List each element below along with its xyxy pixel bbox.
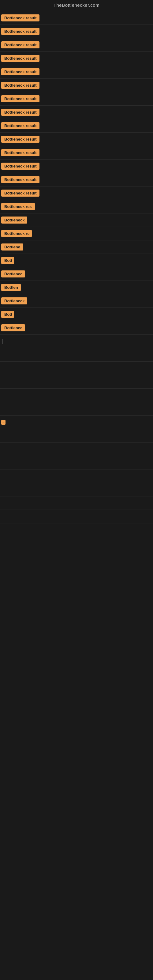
bottleneck-badge: Bottleneck re (1, 230, 32, 237)
list-item: Bottleneck result (0, 25, 153, 38)
list-item: Bottlenec (0, 267, 153, 281)
list-item: Bottleneck result (0, 11, 153, 25)
site-header: TheBottlenecker.com (0, 0, 153, 11)
list-item: Bottleneck result (0, 79, 153, 92)
list-item: Bottleneck result (0, 92, 153, 106)
rows-container: Bottleneck resultBottleneck resultBottle… (0, 11, 153, 523)
list-item: Bottleneck (0, 294, 153, 308)
list-item: Bottlen (0, 281, 153, 294)
list-item: Bottlene (0, 240, 153, 254)
list-item (0, 335, 153, 348)
list-item (0, 442, 153, 456)
bottleneck-badge: Bott (1, 257, 14, 264)
list-item: Bottleneck result (0, 159, 153, 173)
bottleneck-badge: Bottleneck result (1, 28, 40, 35)
bottleneck-badge: Bottleneck result (1, 55, 40, 62)
list-item (0, 456, 153, 469)
site-title: TheBottlenecker.com (54, 2, 99, 8)
bottleneck-badge: Bottleneck result (1, 149, 40, 156)
list-item: Bottleneck re (0, 227, 153, 240)
list-item: Bott (0, 254, 153, 267)
list-item: Bottleneck (0, 213, 153, 227)
list-item: Bottleneck result (0, 38, 153, 52)
list-item (0, 375, 153, 389)
bottleneck-badge: Bottleneck res (1, 203, 35, 210)
list-item: Bottlenec (0, 321, 153, 335)
bottleneck-badge: Bottleneck result (1, 82, 40, 89)
bottleneck-badge: Bottlenec (1, 270, 25, 277)
bottleneck-badge: Bottleneck result (1, 189, 40, 197)
list-item: Bottleneck result (0, 186, 153, 200)
list-item (0, 483, 153, 496)
list-item (0, 429, 153, 442)
bottleneck-badge: Bottleneck result (1, 68, 40, 75)
list-item (0, 469, 153, 483)
list-item (0, 510, 153, 523)
list-item (0, 389, 153, 402)
bottleneck-badge: Bottleneck result (1, 136, 40, 143)
bottleneck-badge: Bottleneck (1, 216, 27, 224)
list-item: Bottleneck result (0, 52, 153, 65)
list-item: Bottleneck result (0, 173, 153, 186)
list-item (0, 348, 153, 362)
list-item: Bottleneck result (0, 133, 153, 146)
list-item (0, 362, 153, 375)
list-item: = (0, 415, 153, 429)
bottleneck-badge: Bottleneck result (1, 122, 40, 129)
bottleneck-badge: Bottlenec (1, 324, 25, 331)
list-item (0, 496, 153, 510)
bottleneck-badge: Bottleneck result (1, 176, 40, 183)
bottleneck-badge: Bottlene (1, 243, 23, 250)
bottleneck-badge: Bottleneck result (1, 95, 40, 102)
list-item: Bottleneck res (0, 200, 153, 213)
bottleneck-badge-small: = (1, 420, 5, 425)
list-item (0, 402, 153, 415)
bottleneck-badge: Bottlen (1, 284, 21, 291)
list-item: Bottleneck result (0, 119, 153, 133)
text-cursor (2, 339, 2, 344)
list-item: Bottleneck result (0, 146, 153, 159)
bottleneck-badge: Bottleneck result (1, 14, 40, 21)
bottleneck-badge: Bottleneck (1, 298, 27, 304)
list-item: Bottleneck result (0, 106, 153, 119)
bottleneck-badge: Bottleneck result (1, 162, 40, 170)
list-item: Bottleneck result (0, 65, 153, 79)
list-item: Bott (0, 308, 153, 321)
bottleneck-badge: Bottleneck result (1, 109, 40, 116)
bottleneck-badge: Bott (1, 311, 14, 318)
bottleneck-badge: Bottleneck result (1, 41, 40, 48)
